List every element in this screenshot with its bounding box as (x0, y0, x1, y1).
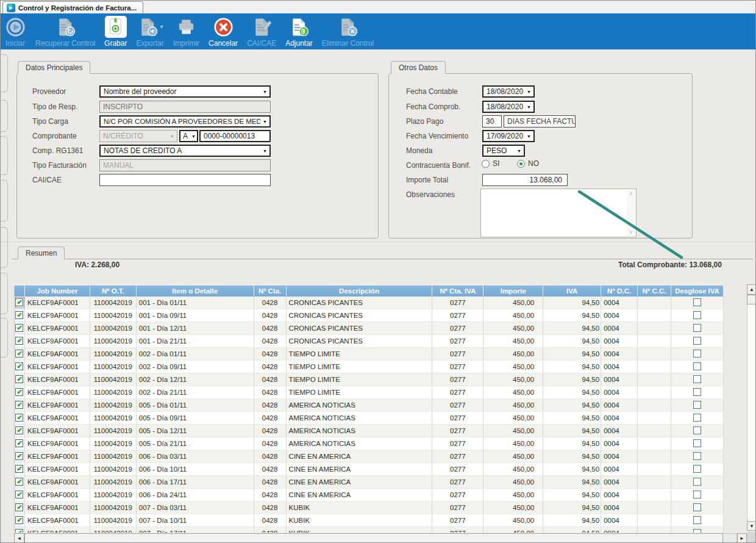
tab-datos-principales[interactable]: Datos Principales (18, 61, 90, 74)
column-header-desglose[interactable]: Desglose IVA (671, 286, 724, 297)
desglose-iva-checkbox[interactable] (693, 414, 701, 422)
comprobante-numero-input[interactable]: 0000-00000013 (199, 130, 271, 142)
chevron-down-icon[interactable]: ▼ (260, 90, 269, 94)
desglose-iva-checkbox[interactable] (693, 337, 701, 345)
table-row[interactable]: ✔KELCF9AF00011100042019001 - Día 01/1104… (15, 297, 724, 309)
desglose-iva-checkbox[interactable] (693, 298, 701, 306)
horizontal-scroll-thumb[interactable] (24, 533, 723, 543)
chevron-down-icon[interactable]: ▼ (260, 149, 269, 153)
fecha-contable-picker[interactable]: 18/08/2020 ▼ (482, 85, 535, 98)
row-checkbox[interactable]: ✔ (15, 311, 23, 319)
radio-si[interactable]: SI (482, 159, 499, 168)
desglose-iva-checkbox[interactable] (693, 311, 701, 319)
chevron-down-icon[interactable]: ▼ (190, 134, 197, 138)
radio-no[interactable]: NO (517, 159, 539, 168)
column-header-cc[interactable]: Nº C.C. (638, 286, 671, 297)
desglose-iva-checkbox[interactable] (693, 362, 701, 370)
row-checkbox[interactable]: ✔ (15, 426, 23, 434)
collapsed-side-tab-5[interactable] (0, 227, 8, 268)
desglose-iva-checkbox[interactable] (693, 503, 701, 511)
collapsed-side-tab-6[interactable] (0, 273, 8, 314)
table-row[interactable]: ✔KELCF9AF00011100042019001 - Día 21/1104… (15, 335, 724, 348)
desglose-iva-checkbox[interactable] (693, 439, 701, 447)
column-header-ot[interactable]: Nº O.T. (90, 286, 137, 297)
collapsed-side-tab-7[interactable] (0, 318, 8, 358)
moneda-combobox[interactable]: PESO ▼ (482, 145, 525, 157)
desglose-iva-checkbox[interactable] (693, 350, 701, 358)
scroll-right-button[interactable]: ► (737, 533, 747, 543)
cai-cae-input[interactable] (99, 174, 271, 186)
column-header-cta[interactable]: Nº Cta. (254, 286, 287, 297)
vertical-scrollbar[interactable] (747, 284, 756, 531)
desglose-iva-checkbox[interactable] (693, 452, 701, 460)
row-checkbox[interactable]: ✔ (15, 375, 23, 383)
desglose-iva-checkbox[interactable] (693, 478, 701, 486)
table-row[interactable]: ✔KELCF9AF00011100042019002 - Día 21/1104… (15, 386, 724, 399)
desglose-iva-checkbox[interactable] (693, 491, 701, 498)
row-checkbox[interactable]: ✔ (15, 503, 23, 511)
desglose-iva-checkbox[interactable] (693, 388, 701, 396)
table-row[interactable]: ✔KELCF9AF00011100042019002 - Día 12/1104… (15, 373, 724, 386)
table-row[interactable]: ✔KELCF9AF00011100042019007 - Día 10/1104… (15, 514, 724, 527)
row-checkbox[interactable]: ✔ (15, 350, 23, 358)
row-checkbox[interactable]: ✔ (15, 337, 23, 345)
collapsed-side-tab-4[interactable] (0, 180, 8, 221)
scroll-left-button[interactable]: ◄ (14, 533, 24, 543)
fecha-comprob-picker[interactable]: 18/08/2020 ▼ (482, 101, 535, 113)
column-header-job[interactable]: Job Number (25, 286, 90, 297)
proveedor-combobox[interactable]: Nombre del proveedor ▼ (99, 85, 271, 98)
desglose-iva-checkbox[interactable] (693, 401, 701, 409)
collapsed-side-tab-2[interactable] (0, 100, 8, 132)
table-row[interactable]: ✔KELCF9AF00011100042019007 - Día 03/1104… (15, 502, 724, 514)
tab-resumen[interactable]: Resumen (18, 246, 65, 259)
chevron-down-icon[interactable]: ▼ (515, 149, 524, 153)
row-checkbox[interactable]: ✔ (15, 478, 23, 486)
column-header-item[interactable]: Item o Detalle (137, 286, 254, 297)
scroll-up-icon[interactable]: ∧ (629, 191, 633, 196)
chevron-down-icon[interactable]: ▼ (524, 105, 533, 109)
chevron-down-icon[interactable]: ▼ (524, 90, 533, 94)
toolbar-button-grabar[interactable]: Grabar (102, 15, 129, 48)
table-row[interactable]: ✔KELCF9AF00011100042019005 - Día 09/1104… (15, 412, 724, 425)
row-checkbox[interactable]: ✔ (15, 465, 23, 473)
comp-rg1361-combobox[interactable]: NOTAS DE CREDITO A ▼ (99, 145, 271, 157)
row-checkbox[interactable]: ✔ (15, 324, 23, 332)
table-row[interactable]: ✔KELCF9AF00011100042019002 - Día 09/1104… (15, 361, 724, 373)
table-row[interactable]: ✔KELCF9AF00011100042019006 - Día 17/1104… (15, 476, 724, 489)
collapsed-side-tab-3[interactable] (0, 136, 8, 175)
row-checkbox[interactable]: ✔ (15, 491, 23, 498)
table-row[interactable]: ✔KELCF9AF00011100042019005 - Día 12/1104… (15, 425, 724, 437)
row-checkbox[interactable]: ✔ (15, 388, 23, 396)
chevron-down-icon[interactable]: ▼ (524, 134, 533, 138)
row-checkbox[interactable]: ✔ (15, 452, 23, 460)
row-checkbox[interactable]: ✔ (15, 401, 23, 409)
column-header-oc[interactable]: Nº O.C. (601, 286, 638, 297)
scroll-down-icon[interactable]: ∨ (629, 229, 633, 235)
row-checkbox[interactable]: ✔ (15, 362, 23, 370)
plazo-pago-input[interactable]: 30 (482, 115, 502, 128)
chevron-down-icon[interactable]: ▼ (260, 120, 269, 124)
table-row[interactable]: ✔KELCF9AF00011100042019001 - Día 12/1104… (15, 322, 724, 335)
table-row[interactable]: ✔KELCF9AF00011100042019007 - Día 17/1104… (15, 527, 724, 533)
scroll-down-button[interactable]: ▼ (747, 521, 756, 531)
row-checkbox[interactable]: ✔ (15, 298, 23, 306)
column-header-importe[interactable]: Importe (483, 286, 543, 297)
column-header-iva[interactable]: IVA (543, 286, 601, 297)
window-tab[interactable]: Control y Registración de Factura... (2, 1, 143, 13)
vertical-scroll-thumb[interactable] (747, 295, 756, 304)
row-checkbox[interactable]: ✔ (15, 414, 23, 422)
row-checkbox[interactable]: ✔ (15, 529, 23, 533)
toolbar-button-adjuntar[interactable]: Adjuntar (284, 15, 315, 48)
fecha-vencimiento-picker[interactable]: 17/09/2020 ▼ (482, 130, 535, 142)
radio-no-icon[interactable] (517, 160, 525, 168)
comprobante-letra-combobox[interactable]: A ▼ (179, 130, 198, 142)
desglose-iva-checkbox[interactable] (693, 324, 701, 332)
dropdown-caret-icon[interactable]: ▾ (160, 15, 163, 38)
row-checkbox[interactable]: ✔ (15, 516, 23, 524)
radio-si-icon[interactable] (482, 160, 490, 168)
column-header-check[interactable] (15, 286, 25, 297)
table-row[interactable]: ✔KELCF9AF00011100042019005 - Día 21/1104… (15, 437, 724, 450)
table-row[interactable]: ✔KELCF9AF00011100042019005 - Día 01/1104… (15, 399, 724, 412)
scroll-up-button[interactable]: ▲ (747, 284, 756, 295)
desglose-iva-checkbox[interactable] (693, 375, 701, 383)
